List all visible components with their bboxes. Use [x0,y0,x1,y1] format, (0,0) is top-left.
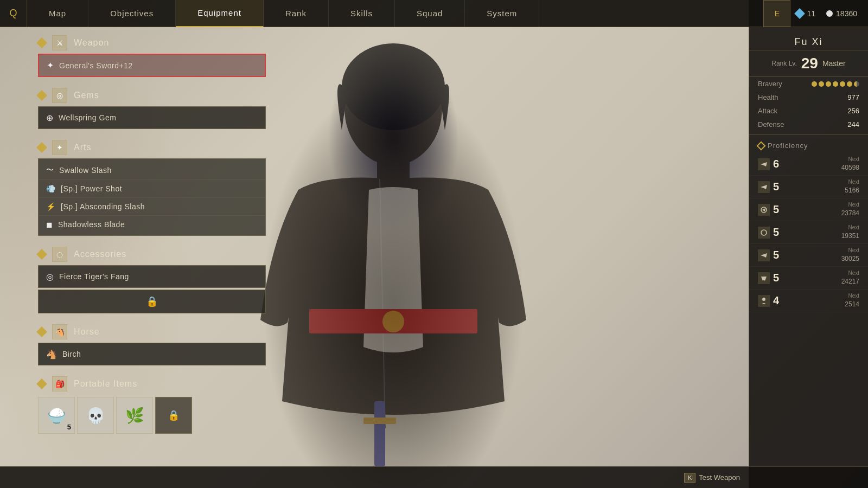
gems-slot-text: Wellspring Gem [59,113,116,122]
arts-text-1: [Sp.] Power Shot [61,184,122,193]
gems-slot[interactable]: ⊕ Wellspring Gem [38,106,266,129]
arts-text-2: [Sp.] Absconding Slash [61,202,145,211]
accessories-icon: ◌ [52,247,67,262]
portable-slot-1[interactable]: 💀 [77,397,114,434]
accessory-text-1: Fierce Tiger's Fang [59,272,129,281]
dot-7 [854,81,859,87]
arts-label: Arts [74,143,91,152]
tab-system[interactable]: System [465,0,539,27]
arts-item-3[interactable]: ◼ Shadowless Blade [39,216,265,233]
dot-3 [826,81,831,87]
horse-label: Horse [74,327,100,337]
diamond-icon [795,8,806,19]
test-weapon-action[interactable]: K Test Weapon [675,473,749,483]
currency-white: 18360 [826,9,857,18]
accessory-slot-2[interactable]: 🔒 [38,290,266,313]
bravery-label: Bravery [758,80,782,88]
portable-slot-3[interactable]: 🔒 [155,397,192,434]
portable-icon-2: 🌿 [125,407,144,425]
circle-icon [826,10,833,17]
arts-item-2[interactable]: ⚡ [Sp.] Absconding Slash [39,198,265,216]
svg-rect-7 [374,401,385,466]
horse-slot-icon: 🐴 [46,349,57,359]
arts-list: 〜 Swallow Slash 💨 [Sp.] Power Shot ⚡ [Sp… [38,158,266,236]
e-button[interactable]: E [763,0,790,27]
weapon-slot-icon: ✦ [47,60,54,70]
accessory-icon-1: ◎ [46,272,54,282]
health-row: Health 977 [749,91,868,104]
prof-level-6: 4 [773,294,788,307]
prof-icon-2 [758,204,770,216]
attack-label: Attack [758,107,777,115]
menu-icon[interactable]: Q [0,0,27,27]
portable-icon-0: 🍚 [47,407,66,425]
horse-section-header: 🐴 Horse [38,319,266,343]
defense-label: Defense [758,120,784,129]
prof-level-5: 5 [773,272,788,284]
arts-icon: ✦ [52,140,67,155]
prof-row-1: 5 Next 5166 [749,176,868,198]
tab-rank[interactable]: Rank [264,0,329,27]
accessory-slot-1[interactable]: ◎ Fierce Tiger's Fang [38,265,266,288]
prof-next-3: Next 19351 [841,224,859,240]
proficiency-label: Proficiency [768,142,808,150]
prof-level-3: 5 [773,226,788,239]
svg-point-4 [380,119,388,125]
dot-5 [840,81,845,87]
prof-icon-1 [758,181,770,193]
portable-icon: 🎒 [52,376,67,391]
prof-level-1: 5 [773,181,788,193]
prof-icon-5 [758,272,770,284]
rank-number: 29 [801,55,818,72]
svg-point-11 [762,298,765,301]
svg-rect-8 [363,418,396,424]
dot-1 [812,81,817,87]
attack-row: Attack 256 [749,104,868,118]
currency-blue: 11 [796,9,815,18]
svg-point-6 [382,311,404,332]
tab-map[interactable]: Map [27,0,88,27]
prof-row-5: 5 Next 24217 [749,267,868,290]
arts-item-0[interactable]: 〜 Swallow Slash [39,161,265,180]
prof-icon-0 [758,158,770,170]
proficiency-header: Proficiency [749,134,868,153]
prof-next-4: Next 30025 [841,247,859,263]
arts-icon-2: ⚡ [46,202,55,211]
horse-slot[interactable]: 🐴 Birch [38,343,266,365]
rank-row: Rank Lv. 29 Master [749,50,868,77]
arts-item-1[interactable]: 💨 [Sp.] Power Shot [39,180,265,198]
prof-level-4: 5 [773,249,788,261]
dot-6 [847,81,852,87]
arts-icon-3: ◼ [46,220,53,229]
lock-icon-accessories: 🔒 [146,296,158,307]
weapon-diamond [36,37,47,48]
tab-equipment[interactable]: Equipment [176,0,264,27]
health-value: 977 [847,93,859,101]
prof-next-2: Next 23784 [841,202,859,217]
portable-section-header: 🎒 Portable Items [38,371,266,395]
tab-squad[interactable]: Squad [395,0,465,27]
health-label: Health [758,93,778,101]
player-name: Fu Xi [749,30,868,50]
currency-white-value: 18360 [836,9,857,18]
gems-section-header: ◎ Gems [38,82,266,106]
bravery-row: Bravery [749,77,868,91]
horse-slot-text: Birch [62,350,81,358]
tab-objectives[interactable]: Objectives [88,0,176,27]
tab-skills[interactable]: Skills [329,0,395,27]
portable-items-list: 🍚 5 💀 🌿 🔒 [38,397,266,434]
prof-next-1: Next 5166 [845,179,859,195]
arts-section-header: ✦ Arts [38,134,266,158]
portable-count-0: 5 [67,423,71,431]
portable-slot-0[interactable]: 🍚 5 [38,397,75,434]
currency-area: 11 18360 [796,9,868,18]
portable-slot-2[interactable]: 🌿 [116,397,153,434]
weapon-icon: ⚔ [52,35,67,50]
weapon-slot[interactable]: ✦ General's Sword+12 [38,54,266,77]
weapon-label: Weapon [74,38,109,48]
bravery-dots [812,81,859,87]
proficiency-diamond [757,141,766,150]
prof-row-2: 5 Next 23784 [749,198,868,221]
prof-icon-4 [758,249,770,261]
bottom-bar: K Test Weapon [0,466,868,488]
